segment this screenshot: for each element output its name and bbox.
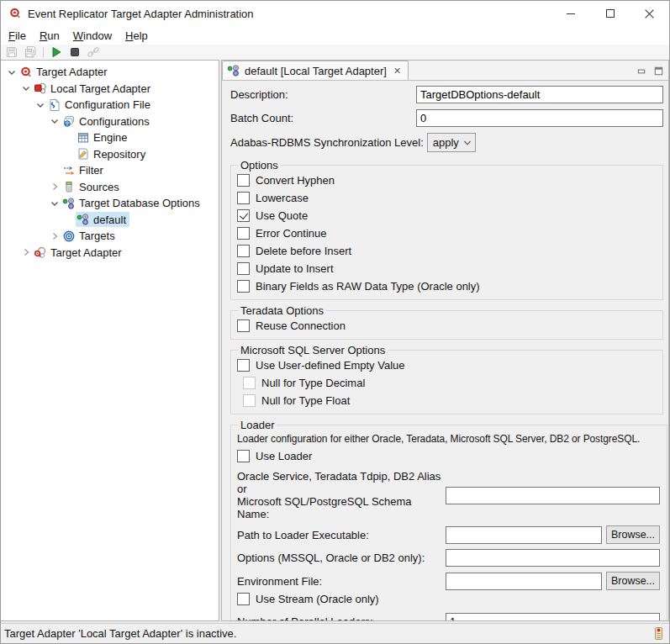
tree-item-configuration-file[interactable]: Configuration File [1,97,219,113]
tree-collapse-arrow-icon[interactable] [5,66,18,79]
checkbox-use-quote[interactable] [237,209,250,222]
tree-expander-spacer [62,131,76,145]
run-button[interactable] [48,45,65,60]
options-group-title: Options [238,159,281,172]
tree-expand-arrow-icon[interactable] [48,230,61,243]
environment-file-input[interactable] [446,573,602,590]
maximize-view-icon[interactable] [653,66,664,77]
tree-item-repository[interactable]: Repository [1,146,219,163]
environment-file-browse-button[interactable]: Browse... [606,572,660,590]
save-all-button [22,45,39,60]
checkbox-row-null-for-type-decimal: Null for Type Decimal [243,374,656,392]
checkbox-update-to-insert[interactable] [237,262,250,275]
window-maximize-button[interactable] [590,1,630,26]
checkbox-convert-hyphen[interactable] [237,174,250,187]
window-minimize-button[interactable] [551,1,590,26]
checkbox-null-for-type-decimal [243,377,256,389]
checkbox-label: Reuse Connection [256,319,346,332]
engine-icon [76,131,90,145]
tree-item-content: Sources [61,179,123,194]
loader-group: Loader Loader configuration for either O… [230,419,667,620]
description-row: Description: [230,86,663,103]
menu-help[interactable]: Help [119,28,155,44]
local-target-adapter-icon [34,82,47,95]
checkbox-label: Use Quote [256,209,308,222]
tree-collapse-arrow-icon[interactable] [19,82,33,95]
schema-name-input[interactable] [446,487,660,504]
tree-item-configurations[interactable]: Configurations [1,113,219,130]
checkbox-use-stream-oracle-only[interactable] [237,593,250,605]
teradata-group-title: Teradata Options [238,304,326,317]
sync-level-combo[interactable]: apply [427,133,476,152]
tree-item-label: Configuration File [65,98,150,111]
targets-icon [62,230,76,243]
checkbox-row-delete-before-insert: Delete before Insert [237,242,656,260]
tree-collapse-arrow-icon[interactable] [48,114,61,128]
tree-item-default[interactable]: default [1,212,219,229]
checkbox-binary-fields-as-raw-data-type-oracle-only[interactable] [237,280,250,293]
checkbox-lowercase[interactable] [237,192,250,204]
tree-item-target-adapter[interactable]: Target Adapter [1,245,219,261]
tree-item-label: Repository [93,148,145,161]
checkbox-delete-before-insert[interactable] [237,245,250,257]
checkbox-row-use-user-defined-empty-value: Use User-defined Empty Value [237,356,656,374]
tree-item-filter[interactable]: Filter [1,162,219,179]
loader-path-browse-button[interactable]: Browse... [606,525,660,544]
checkbox-reuse-connection[interactable] [237,319,250,332]
status-bar: Target Adapter 'Local Target Adapter' is… [1,623,669,643]
chevron-down-icon [463,139,472,147]
editor-tab[interactable]: default [Local Target Adapter] ✕ [222,61,409,80]
tree-expand-arrow-icon[interactable] [48,180,61,193]
menu-run[interactable]: Run [33,28,66,44]
checkbox-error-continue[interactable] [237,227,250,240]
tree-item-content: Local Target Adapter [33,81,154,96]
checkbox-label: Convert Hyphen [256,174,335,187]
tree-item-engine[interactable]: Engine [1,129,219,146]
tree-collapse-arrow-icon[interactable] [34,98,47,112]
checkbox-use-user-defined-empty-value[interactable] [237,359,250,372]
target-adapter-icon [19,66,33,79]
window-controls [551,1,669,26]
batch-count-input[interactable] [416,109,663,127]
window-close-button[interactable] [630,1,669,26]
tree-item-target-database-options[interactable]: Target Database Options [1,195,219,212]
description-input[interactable] [416,86,663,103]
tree-item-content: Repository [76,146,149,161]
checkbox-row-reuse-connection: Reuse Connection [237,317,656,335]
menu-window[interactable]: Window [66,28,119,44]
filter-icon [62,164,76,177]
loader-options-label: Options (MSSQL, Oracle or DB2 only): [237,552,446,564]
tree-item-targets[interactable]: Targets [1,228,219,245]
checkbox-label: Null for Type Float [261,394,350,407]
parallel-loaders-input[interactable] [446,613,660,620]
tree-item-target-adapter[interactable]: Target Adapter [1,64,219,81]
batch-count-label: Batch Count: [230,112,416,124]
editor-tab-bar: default [Local Target Adapter] ✕ [222,61,668,81]
tree-expand-arrow-icon[interactable] [19,245,33,259]
checkbox-row-use-stream-oracle-only: Use Stream (Oracle only) [237,590,660,608]
minimize-view-icon[interactable] [636,66,647,77]
tree-expander-spacer [62,213,76,226]
tree-item-local-target-adapter[interactable]: Local Target Adapter [1,81,219,98]
loader-path-input[interactable] [446,526,602,544]
tab-close-icon[interactable]: ✕ [393,66,401,76]
tree-item-label: Filter [79,164,103,177]
menu-file[interactable]: File [2,28,33,44]
tree-item-label: Target Adapter [36,66,108,78]
checkbox-label: Delete before Insert [256,245,351,257]
run-icon [50,45,63,59]
checkbox-label: Null for Type Decimal [261,377,365,389]
tree-collapse-arrow-icon[interactable] [48,197,61,210]
stop-button[interactable] [66,45,83,60]
checkbox-label: Binary Fields as RAW Data Type (Oracle o… [256,280,480,293]
loader-options-input[interactable] [446,549,660,567]
link-editor-icon [87,45,100,59]
tree-item-sources[interactable]: Sources [1,179,219,196]
sources-icon [62,180,76,193]
stop-icon [68,45,82,59]
mssql-group-title: Microsoft SQL Server Options [238,344,388,356]
tree-item-content: Targets [61,229,119,244]
navigation-tree: Target AdapterLocal Target AdapterConfig… [1,60,219,621]
checkbox-use-loader[interactable] [237,450,250,462]
tree-item-content: Filter [61,163,107,178]
